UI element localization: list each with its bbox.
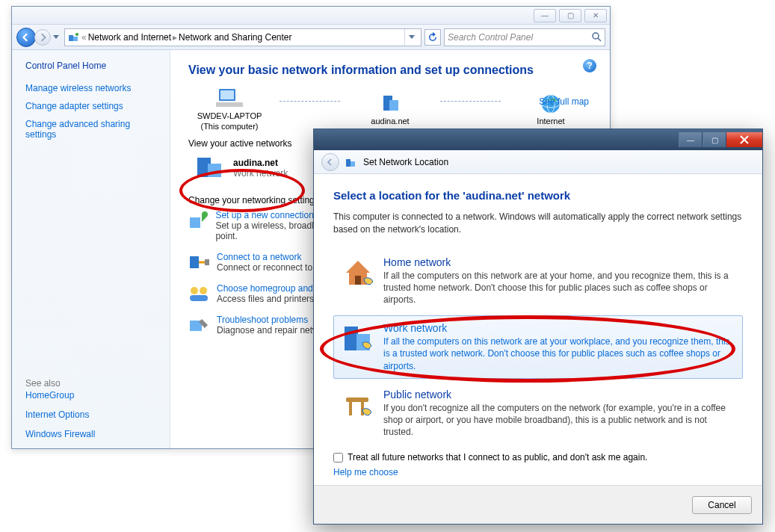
see-also-heading: See also: [25, 378, 61, 389]
svg-rect-17: [190, 256, 199, 268]
dialog-footer: Cancel: [314, 485, 762, 524]
sidebar-link-adapter[interactable]: Change adapter settings: [25, 101, 156, 111]
public-icon: [342, 389, 374, 421]
troubleshoot-icon: [188, 315, 209, 335]
map-network-name: audina.net: [371, 117, 409, 127]
search-icon: [591, 31, 602, 42]
svg-rect-14: [208, 164, 221, 177]
svg-point-16: [202, 211, 208, 217]
svg-rect-23: [346, 159, 351, 167]
svg-rect-1: [73, 37, 78, 41]
search-placeholder: Search Control Panel: [448, 32, 533, 43]
option-home-network[interactable]: Home network If all the computers on thi…: [333, 250, 743, 313]
dialog-back-button[interactable]: [321, 153, 339, 171]
nav-back-button[interactable]: [16, 28, 36, 47]
nav-forward-button[interactable]: [34, 29, 51, 46]
svg-rect-0: [69, 35, 73, 41]
see-also-firewall[interactable]: Windows Firewall: [25, 429, 95, 439]
network-map: SWDEV-LAPTOP(This computer) audina.net I…: [188, 87, 592, 132]
network-location-icon: [345, 156, 357, 168]
computer-icon: [216, 87, 243, 110]
sidebar-link-wireless[interactable]: Manage wireless networks: [25, 83, 156, 93]
work-icon: [342, 322, 374, 355]
homegroup-icon: [188, 283, 209, 304]
svg-point-20: [200, 287, 207, 294]
dialog-maximize-button[interactable]: ▢: [703, 132, 726, 147]
svg-rect-26: [345, 327, 358, 350]
nav-history-dropdown[interactable]: [51, 29, 61, 46]
map-internet-label: Internet: [537, 117, 564, 127]
svg-rect-24: [351, 161, 355, 167]
svg-rect-28: [346, 398, 368, 402]
svg-point-3: [593, 33, 599, 39]
sidebar-link-sharing[interactable]: Change advanced sharing settings: [25, 119, 156, 140]
home-icon: [342, 256, 374, 289]
svg-rect-29: [349, 402, 352, 415]
network-center-icon: [68, 31, 80, 43]
map-this-pc-name: SWDEV-LAPTOP: [197, 111, 262, 120]
svg-line-4: [598, 38, 601, 41]
dialog-minimize-button[interactable]: —: [679, 132, 703, 147]
breadcrumb[interactable]: « Network and Internet ▸ Network and Sha…: [64, 28, 422, 46]
refresh-button[interactable]: [424, 29, 441, 46]
see-also-homegroup[interactable]: HomeGroup: [25, 390, 95, 400]
active-network-type[interactable]: Work network: [233, 168, 288, 179]
address-bar: « Network and Internet ▸ Network and Sha…: [12, 25, 610, 50]
sidebar: Control Panel Home Manage wireless netwo…: [12, 50, 170, 448]
treat-all-label: Treat all future networks that I connect…: [348, 452, 647, 463]
cancel-button[interactable]: Cancel: [692, 496, 752, 514]
see-full-map-link[interactable]: See full map: [539, 96, 589, 107]
breadcrumb-dropdown[interactable]: [404, 29, 418, 46]
search-input[interactable]: Search Control Panel: [444, 28, 605, 46]
maximize-button[interactable]: ▢: [559, 9, 581, 22]
control-panel-home-link[interactable]: Control Panel Home: [25, 61, 156, 71]
breadcrumb-part1[interactable]: Network and Internet: [88, 32, 171, 43]
map-node-network[interactable]: audina.net: [349, 93, 431, 127]
option-desc: If all the computers on this network are…: [383, 270, 735, 306]
svg-rect-6: [220, 90, 234, 99]
breadcrumb-part2[interactable]: Network and Sharing Center: [179, 32, 291, 43]
setup-connection-icon: [188, 210, 208, 231]
breadcrumb-sep: «: [81, 32, 87, 43]
option-public-network[interactable]: Public network If you don't recognize al…: [333, 382, 743, 445]
option-title: Home network: [383, 256, 735, 268]
svg-rect-18: [205, 259, 209, 265]
option-desc: If all the computers on this network are…: [383, 335, 735, 372]
svg-rect-7: [216, 102, 243, 107]
svg-rect-21: [190, 295, 208, 301]
option-title: Public network: [383, 389, 735, 400]
option-title: Work network: [383, 322, 735, 334]
see-also-internet-options[interactable]: Internet Options: [25, 409, 95, 420]
map-node-this-pc[interactable]: SWDEV-LAPTOP(This computer): [188, 87, 271, 132]
dialog-header: Set Network Location: [314, 150, 762, 174]
network-icon: [379, 93, 401, 115]
option-work-network[interactable]: Work network If all the computers on thi…: [333, 315, 743, 379]
svg-point-19: [191, 287, 198, 294]
dialog-titlebar: — ▢: [314, 129, 762, 150]
svg-rect-25: [355, 276, 361, 285]
close-button[interactable]: ✕: [584, 9, 607, 22]
map-this-pc-sub: (This computer): [200, 122, 258, 131]
help-icon[interactable]: ?: [583, 59, 596, 72]
dialog-title: Set Network Location: [363, 157, 448, 167]
cp-titlebar: — ▢ ✕: [12, 7, 610, 25]
work-network-icon: [196, 155, 226, 182]
active-network-name: audina.net: [233, 158, 288, 168]
svg-point-2: [75, 33, 78, 36]
dialog-heading: Select a location for the 'audina.net' n…: [333, 189, 743, 202]
minimize-button[interactable]: —: [534, 9, 556, 22]
treat-all-checkbox[interactable]: [333, 453, 343, 463]
svg-rect-9: [389, 100, 398, 111]
dialog-description: This computer is connected to a network.…: [333, 211, 743, 236]
connect-network-icon: [188, 252, 209, 273]
help-me-choose-link[interactable]: Help me choose: [333, 467, 743, 477]
option-desc: If you don't recognize all the computers…: [383, 402, 735, 439]
page-heading: View your basic network information and …: [188, 64, 592, 77]
svg-rect-15: [190, 217, 200, 228]
set-network-location-dialog: — ▢ Set Network Location Select a locati…: [313, 129, 763, 525]
dialog-close-button[interactable]: [726, 132, 762, 147]
